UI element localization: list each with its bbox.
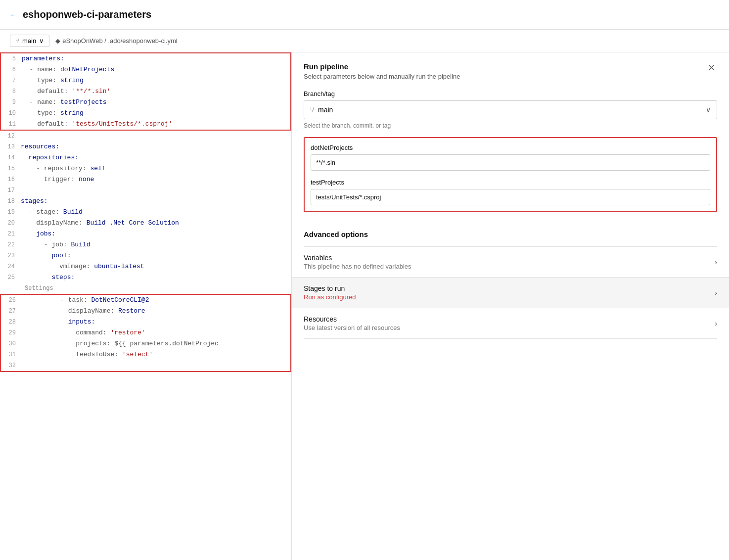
right-panel: Run pipeline Select parameters below and… [292,52,729,560]
code-line: 26 - task: DotNetCoreCLI@2 [1,295,290,306]
file-breadcrumb: ◆ eShopOnWeb / .ado/eshoponweb-ci.yml [55,37,177,45]
params-section: dotNetProjects testProjects [304,137,717,212]
back-icon: ← [10,11,17,19]
dotnetprojects-label: dotNetProjects [311,144,710,151]
testprojects-label: testProjects [311,179,710,186]
branch-field-label: Branch/tag [304,90,717,97]
testprojects-input[interactable] [311,189,710,205]
file-icon: ◆ [55,37,60,45]
close-button[interactable]: ✕ [706,62,717,73]
params-highlight-block: 5 parameters: 6 - name: dotNetProjects 7… [0,52,291,131]
stages-to-run-label: Stages to run [304,284,356,292]
code-line: 29 command: 'restore' [1,327,290,338]
main-layout: 5 parameters: 6 - name: dotNetProjects 7… [0,52,729,560]
code-line: 8 default: '**/*.sln' [1,86,290,97]
branch-hint: Select the branch, commit, or tag [304,122,717,129]
chevron-down-icon: ∨ [706,106,711,114]
code-line: 10 type: string [1,108,290,119]
code-pane: 5 parameters: 6 - name: dotNetProjects 7… [0,52,292,560]
code-line: 19 - stage: Build [0,207,291,218]
dotnetprojects-input[interactable] [311,154,710,171]
branch-dropdown[interactable]: ⑂ main ∨ [304,100,717,119]
code-line: 20 displayName: Build .Net Core Solution [0,218,291,229]
code-line: 15 - repository: self [0,163,291,174]
code-line: 27 displayName: Restore [1,306,290,317]
toolbar: ⑂ main ∨ ◆ eShopOnWeb / .ado/eshoponweb-… [0,30,729,52]
settings-label: Settings [0,283,291,294]
code-line: 32 [1,360,290,371]
back-button[interactable]: ← [10,11,17,19]
page-title: eshoponweb-ci-parameters [23,9,151,20]
code-line: 6 - name: dotNetProjects [1,64,290,75]
variables-chevron-icon: › [715,258,717,266]
code-line: 7 type: string [1,75,290,86]
code-line: 14 repositories: [0,152,291,163]
file-path: eShopOnWeb / .ado/eshoponweb-ci.yml [62,37,177,45]
branch-selector[interactable]: ⑂ main ∨ [10,35,49,47]
code-line: 13 resources: [0,141,291,152]
branch-icon: ⑂ [15,37,19,45]
code-line: 16 trigger: none [0,174,291,185]
stages-to-run-sublabel: Run as configured [304,293,356,301]
code-line: 30 projects: ${{ parameters.dotNetProjec [1,338,290,349]
inputs-highlight-block: 26 - task: DotNetCoreCLI@2 27 displayNam… [0,294,291,372]
code-line: 21 jobs: [0,229,291,239]
code-line: 22 - job: Build [0,239,291,250]
panel-title: Run pipeline [304,62,460,71]
code-line: 28 inputs: [1,317,290,327]
code-line: 24 vmImage: ubuntu-latest [0,261,291,272]
variables-option-row[interactable]: Variables This pipeline has no defined v… [304,246,717,277]
stages-to-run-option-row[interactable]: Stages to run Run as configured › [292,277,729,308]
code-line: 5 parameters: [1,53,290,64]
header: ← eshoponweb-ci-parameters [0,0,729,30]
stages-to-run-chevron-icon: › [715,289,717,297]
code-line: 23 pool: [0,250,291,261]
code-line: 25 steps: [0,272,291,283]
code-line: 11 default: 'tests/UnitTests/*.csproj' [1,119,290,130]
resources-option-row[interactable]: Resources Use latest version of all reso… [304,308,717,339]
code-line: 18 stages: [0,196,291,207]
branch-name: main [22,37,36,45]
variables-label: Variables [304,254,411,262]
branch-dropdown-icon: ⑂ [310,106,314,114]
resources-chevron-icon: › [715,320,717,327]
code-line: 9 - name: testProjects [1,97,290,108]
variables-sublabel: This pipeline has no defined variables [304,263,411,270]
advanced-options-title: Advanced options [304,230,717,238]
resources-label: Resources [304,315,400,323]
code-line: 31 feedsToUse: 'select' [1,349,290,360]
code-line: 17 [0,185,291,196]
branch-dropdown-value: main [318,106,333,114]
resources-sublabel: Use latest version of all resources [304,324,400,331]
chevron-down-icon: ∨ [39,37,44,45]
code-line: 12 [0,131,291,141]
panel-subtitle: Select parameters below and manually run… [304,73,460,80]
